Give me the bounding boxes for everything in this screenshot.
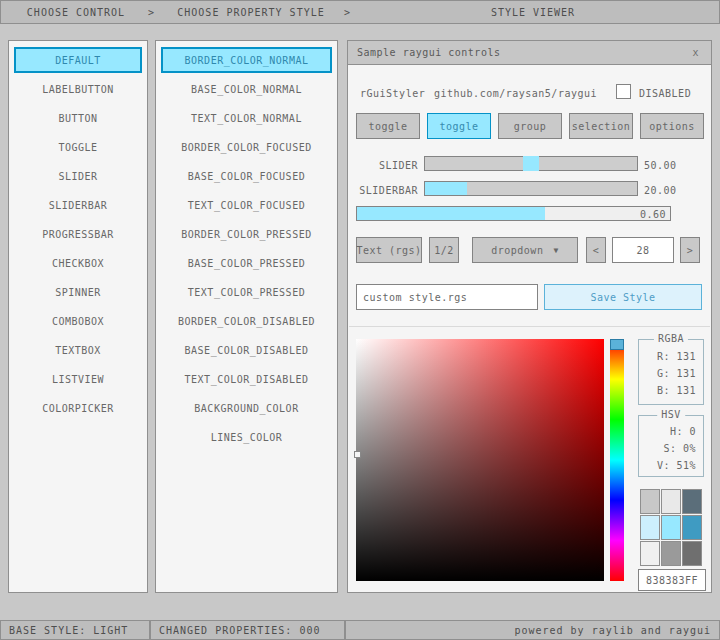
sliderbar-track[interactable] bbox=[424, 181, 638, 196]
style-color-swatch[interactable] bbox=[682, 489, 702, 514]
step-choose-control: CHOOSE CONTROL bbox=[1, 7, 151, 18]
control-item-listview[interactable]: LISTVIEW bbox=[14, 366, 142, 392]
status-base-style-label: BASE STYLE: LIGHT bbox=[9, 625, 128, 636]
property-item-text-color-normal[interactable]: TEXT_COLOR_NORMAL bbox=[161, 105, 332, 131]
hue-bar[interactable] bbox=[610, 339, 624, 581]
toggle-group-item-0[interactable]: toggle bbox=[356, 113, 420, 139]
disabled-checkbox-label: DISABLED bbox=[639, 87, 691, 101]
close-icon[interactable]: x bbox=[689, 47, 702, 58]
hsv-groupbox: HSV H: 0 S: 0% V: 51% bbox=[638, 415, 704, 477]
half-size-button[interactable]: 1/2 bbox=[429, 237, 459, 263]
slider-track[interactable] bbox=[424, 156, 638, 171]
status-base-style: BASE STYLE: LIGHT bbox=[0, 620, 150, 640]
rgba-green-value: G: 131 bbox=[639, 365, 703, 382]
chevron-down-icon: ▼ bbox=[553, 246, 558, 255]
hsv-value-value: V: 51% bbox=[639, 457, 703, 474]
rgba-red-value: R: 131 bbox=[639, 348, 703, 365]
window-titlebar: Sample raygui controls x bbox=[348, 41, 711, 65]
toggle-group-item-1[interactable]: toggle bbox=[427, 113, 491, 139]
property-item-text-color-pressed[interactable]: TEXT_COLOR_PRESSED bbox=[161, 279, 332, 305]
save-style-button[interactable]: Save Style bbox=[544, 284, 702, 310]
sample-controls-window: Sample raygui controls x rGuiStyler gith… bbox=[347, 40, 712, 593]
property-item-border-color-normal[interactable]: BORDER_COLOR_NORMAL bbox=[161, 47, 332, 73]
slider-label: SLIDER bbox=[356, 159, 418, 173]
property-item-base-color-disabled[interactable]: BASE_COLOR_DISABLED bbox=[161, 337, 332, 363]
property-item-border-color-pressed[interactable]: BORDER_COLOR_PRESSED bbox=[161, 221, 332, 247]
toggle-group-item-4[interactable]: options bbox=[640, 113, 704, 139]
control-item-combobox[interactable]: COMBOBOX bbox=[14, 308, 142, 334]
style-color-swatch[interactable] bbox=[640, 489, 660, 514]
style-color-swatch[interactable] bbox=[640, 541, 660, 566]
window-title: Sample raygui controls bbox=[357, 47, 689, 58]
property-item-base-color-focused[interactable]: BASE_COLOR_FOCUSED bbox=[161, 163, 332, 189]
color-cursor[interactable] bbox=[354, 451, 361, 458]
text-rgs-button[interactable]: Text (rgs) bbox=[356, 237, 422, 263]
toggle-group-item-2[interactable]: group bbox=[498, 113, 562, 139]
style-color-swatch[interactable] bbox=[640, 515, 660, 540]
property-item-border-color-disabled[interactable]: BORDER_COLOR_DISABLED bbox=[161, 308, 332, 334]
chevron-right-icon: > bbox=[344, 7, 351, 18]
rgba-blue-value: B: 131 bbox=[639, 382, 703, 399]
app-brand-label: rGuiStyler bbox=[360, 87, 425, 101]
repo-link[interactable]: github.com/raysan5/raygui bbox=[434, 87, 597, 101]
step-choose-property-style: CHOOSE PROPERTY STYLE bbox=[159, 7, 343, 18]
property-item-lines-color[interactable]: LINES_COLOR bbox=[161, 424, 332, 450]
spinner-increment-button[interactable]: > bbox=[680, 237, 700, 263]
control-item-button[interactable]: BUTTON bbox=[14, 105, 142, 131]
property-item-background-color[interactable]: BACKGROUND_COLOR bbox=[161, 395, 332, 421]
rgba-groupbox: RGBA R: 131 G: 131 B: 131 bbox=[638, 339, 704, 405]
rgba-title: RGBA bbox=[654, 333, 688, 344]
control-item-sliderbar[interactable]: SLIDERBAR bbox=[14, 192, 142, 218]
hsv-saturation-value: S: 0% bbox=[639, 440, 703, 457]
hue-slider-handle[interactable] bbox=[610, 339, 624, 350]
status-changed-properties-label: CHANGED PROPERTIES: 000 bbox=[159, 625, 320, 636]
hsv-title: HSV bbox=[657, 409, 685, 420]
sliderbar-label: SLIDERBAR bbox=[356, 184, 418, 198]
slider-value: 50.00 bbox=[644, 159, 677, 173]
filename-input[interactable] bbox=[356, 284, 538, 310]
hsv-hue-value: H: 0 bbox=[639, 423, 703, 440]
style-color-swatch[interactable] bbox=[661, 515, 681, 540]
chevron-right-icon: > bbox=[148, 7, 155, 18]
control-item-textbox[interactable]: TEXTBOX bbox=[14, 337, 142, 363]
hex-color-value-box[interactable]: 838383FF bbox=[638, 569, 706, 591]
control-item-toggle[interactable]: TOGGLE bbox=[14, 134, 142, 160]
property-item-base-color-normal[interactable]: BASE_COLOR_NORMAL bbox=[161, 76, 332, 102]
sliderbar-fill bbox=[425, 182, 467, 195]
dropdown-label: dropdown bbox=[491, 245, 543, 256]
color-saturation-value-square[interactable] bbox=[356, 339, 604, 581]
style-color-swatch[interactable] bbox=[682, 515, 702, 540]
control-item-slider[interactable]: SLIDER bbox=[14, 163, 142, 189]
dropdown-box[interactable]: dropdown ▼ bbox=[472, 237, 578, 263]
properties-list: BORDER_COLOR_NORMAL BASE_COLOR_NORMAL TE… bbox=[155, 40, 338, 593]
breadcrumb-bar: CHOOSE CONTROL > CHOOSE PROPERTY STYLE >… bbox=[0, 0, 720, 24]
spinner-value-box[interactable]: 28 bbox=[612, 237, 674, 263]
control-item-checkbox[interactable]: CHECKBOX bbox=[14, 250, 142, 276]
status-powered-by-label: powered by raylib and raygui bbox=[514, 625, 711, 636]
control-item-spinner[interactable]: SPINNER bbox=[14, 279, 142, 305]
status-powered-by: powered by raylib and raygui bbox=[345, 620, 720, 640]
disabled-checkbox[interactable] bbox=[616, 84, 631, 99]
style-color-swatches bbox=[640, 489, 704, 566]
control-item-default[interactable]: DEFAULT bbox=[14, 47, 142, 73]
step-style-viewer: STYLE VIEWER bbox=[353, 7, 713, 18]
control-item-colorpicker[interactable]: COLORPICKER bbox=[14, 395, 142, 421]
property-item-text-color-disabled[interactable]: TEXT_COLOR_DISABLED bbox=[161, 366, 332, 392]
slider-handle[interactable] bbox=[523, 156, 539, 171]
property-item-base-color-pressed[interactable]: BASE_COLOR_PRESSED bbox=[161, 250, 332, 276]
control-item-labelbutton[interactable]: LABELBUTTON bbox=[14, 76, 142, 102]
property-item-border-color-focused[interactable]: BORDER_COLOR_FOCUSED bbox=[161, 134, 332, 160]
controls-list: DEFAULT LABELBUTTON BUTTON TOGGLE SLIDER… bbox=[8, 40, 148, 593]
style-color-swatch[interactable] bbox=[661, 541, 681, 566]
style-color-swatch[interactable] bbox=[661, 489, 681, 514]
progress-fill bbox=[357, 207, 545, 220]
property-item-text-color-focused[interactable]: TEXT_COLOR_FOCUSED bbox=[161, 192, 332, 218]
control-item-progressbar[interactable]: PROGRESSBAR bbox=[14, 221, 142, 247]
sliderbar-value: 20.00 bbox=[644, 184, 677, 198]
style-color-swatch[interactable] bbox=[682, 541, 702, 566]
toggle-group-item-3[interactable]: selection bbox=[569, 113, 633, 139]
spinner-decrement-button[interactable]: < bbox=[586, 237, 606, 263]
progress-value: 0.60 bbox=[640, 209, 666, 220]
progress-bar: 0.60 bbox=[356, 206, 671, 221]
section-divider bbox=[349, 326, 710, 327]
